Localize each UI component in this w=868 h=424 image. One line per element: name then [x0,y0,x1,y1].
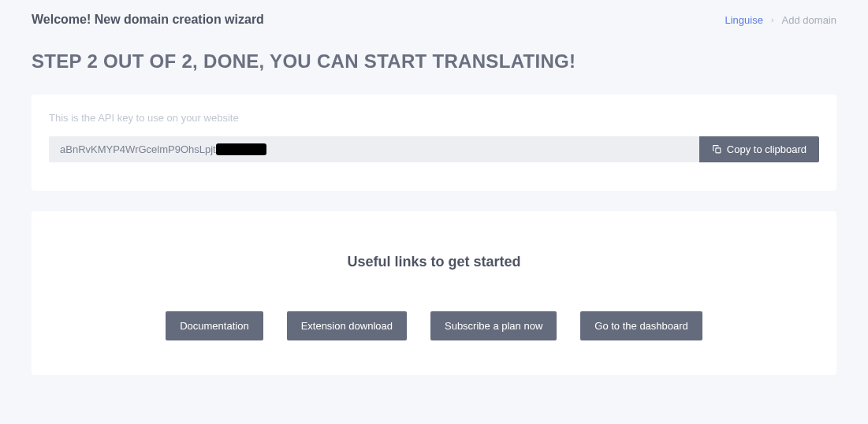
breadcrumb-current: Add domain [782,14,836,26]
api-key-value-box[interactable]: aBnRvKMYP4WrGcelmP9OhsLpjt [49,136,699,162]
copy-icon [712,144,722,154]
step-heading: STEP 2 OUT OF 2, DONE, YOU CAN START TRA… [32,50,836,73]
api-key-value: aBnRvKMYP4WrGcelmP9OhsLpjt [60,143,216,155]
copy-to-clipboard-button[interactable]: Copy to clipboard [699,136,819,162]
go-to-dashboard-button[interactable]: Go to the dashboard [580,311,702,340]
copy-button-label: Copy to clipboard [727,143,807,155]
extension-download-button[interactable]: Extension download [287,311,407,340]
redacted-block [216,143,266,155]
svg-rect-0 [716,148,721,153]
subscribe-plan-button[interactable]: Subscribe a plan now [430,311,557,340]
api-key-row: aBnRvKMYP4WrGcelmP9OhsLpjt Copy to clipb… [49,136,819,162]
welcome-title: Welcome! New domain creation wizard [32,13,264,27]
chevron-right-icon: › [771,15,774,24]
link-buttons-row: Documentation Extension download Subscri… [49,311,819,340]
api-key-card: This is the API key to use on your websi… [32,95,836,191]
breadcrumb: Linguise › Add domain [725,14,837,26]
useful-links-heading: Useful links to get started [49,254,819,270]
documentation-button[interactable]: Documentation [166,311,263,340]
header-row: Welcome! New domain creation wizard Ling… [32,13,836,27]
api-key-label: This is the API key to use on your websi… [49,112,819,124]
breadcrumb-root-link[interactable]: Linguise [725,14,763,26]
useful-links-card: Useful links to get started Documentatio… [32,211,836,375]
